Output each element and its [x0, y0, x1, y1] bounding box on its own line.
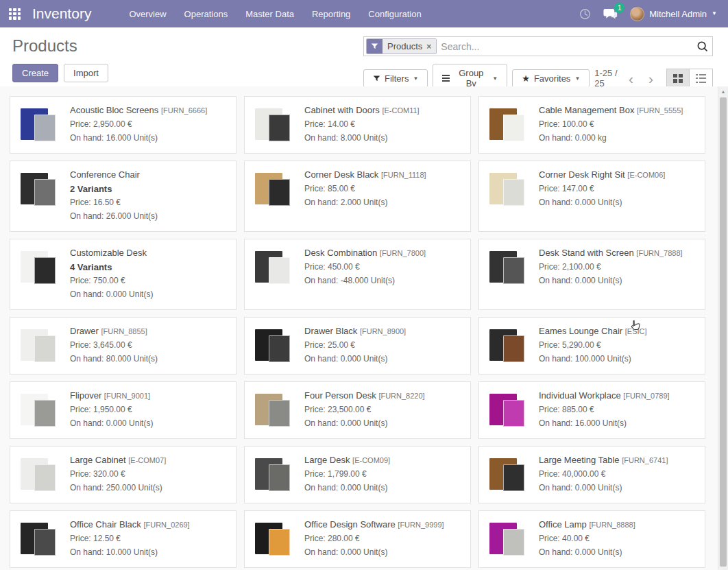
product-name[interactable]: Office Lamp	[539, 519, 589, 530]
product-card[interactable]: Cable Management Box [FURN_5555] Price: …	[478, 96, 705, 154]
product-card[interactable]: Desk Combination [FURN_7800] Price: 450.…	[244, 239, 471, 310]
product-image	[17, 324, 61, 368]
search-facet[interactable]: Products ×	[366, 38, 437, 54]
product-code: [E-COM07]	[128, 456, 166, 464]
product-card[interactable]: Desk Stand with Screen [FURN_7888] Price…	[478, 239, 705, 310]
product-on-hand: On hand: 0.000 Unit(s)	[539, 483, 668, 492]
product-image	[17, 517, 61, 561]
product-code: [ESIC]	[625, 327, 647, 335]
search-icon[interactable]	[696, 40, 708, 52]
product-image	[486, 453, 530, 497]
top-nav: Inventory Overview Operations Master Dat…	[0, 0, 728, 27]
product-name[interactable]: Office Chair Black	[70, 519, 143, 530]
nav-item-reporting[interactable]: Reporting	[303, 0, 359, 27]
product-name[interactable]: Cable Management Box	[539, 105, 637, 115]
product-name[interactable]: Office Design Software	[304, 519, 398, 530]
product-image	[486, 246, 530, 289]
product-card[interactable]: Drawer Black [FURN_8900] Price: 25.00 € …	[244, 317, 471, 375]
messages-icon[interactable]: 1	[603, 8, 618, 20]
product-card[interactable]: Individual Workplace [FURN_0789] Price: …	[478, 381, 705, 439]
facet-remove-icon[interactable]: ×	[426, 42, 431, 51]
product-image	[486, 517, 530, 561]
product-card[interactable]: Cabinet with Doors [E-COM11] Price: 14.0…	[244, 96, 471, 154]
avatar	[630, 7, 644, 21]
product-card[interactable]: Office Lamp [FURN_8888] Price: 40.00 € O…	[478, 510, 705, 568]
product-image	[252, 517, 295, 561]
list-view-button[interactable]	[690, 69, 713, 88]
product-name[interactable]: Large Meeting Table	[539, 455, 622, 465]
product-name[interactable]: Drawer Black	[304, 326, 360, 336]
product-code: [FURN_0789]	[623, 392, 669, 400]
product-card[interactable]: Acoustic Bloc Screens [FURN_6666] Price:…	[10, 96, 236, 154]
filters-button[interactable]: Filters ▼	[363, 69, 428, 88]
product-name[interactable]: Desk Combination	[304, 248, 380, 258]
product-card[interactable]: Drawer [FURN_8855] Price: 3,645.00 € On …	[10, 317, 236, 375]
product-name[interactable]: Desk Stand with Screen	[539, 248, 636, 258]
kanban-view-button[interactable]	[666, 69, 690, 88]
product-card[interactable]: Large Meeting Table [FURN_6741] Price: 4…	[478, 446, 705, 503]
product-name[interactable]: Four Person Desk	[304, 390, 378, 401]
product-card[interactable]: Customizable Desk 4 Variants Price: 750.…	[10, 239, 236, 310]
kanban-view: Acoustic Bloc Screens [FURN_6666] Price:…	[0, 86, 728, 570]
search-box[interactable]: Products ×	[363, 36, 713, 56]
product-code: [FURN_5555]	[637, 106, 683, 115]
product-name[interactable]: Individual Workplace	[539, 390, 623, 401]
search-input[interactable]	[441, 41, 696, 52]
product-card[interactable]: Four Person Desk [FURN_8220] Price: 23,5…	[244, 381, 471, 439]
product-image	[17, 246, 61, 289]
nav-item-overview[interactable]: Overview	[120, 0, 175, 27]
product-on-hand: On hand: 0.000 Unit(s)	[539, 198, 665, 207]
product-name[interactable]: Eames Lounge Chair	[539, 326, 625, 336]
product-on-hand: On hand: 0.000 kg	[539, 133, 683, 143]
chevron-down-icon: ▼	[413, 75, 418, 82]
activities-clock-icon[interactable]	[579, 8, 591, 20]
product-name[interactable]: Drawer	[70, 326, 101, 336]
product-name[interactable]: Flipover	[70, 390, 104, 401]
kanban-icon	[673, 74, 683, 83]
nav-item-operations[interactable]: Operations	[175, 0, 237, 27]
product-name[interactable]: Large Desk	[304, 455, 352, 465]
product-image	[252, 103, 295, 147]
scrollbar-thumb[interactable]	[720, 97, 727, 567]
filters-funnel-icon	[373, 75, 380, 82]
product-price: Price: 5,290.00 €	[539, 340, 647, 350]
product-name[interactable]: Conference Chair	[70, 169, 140, 180]
pager-prev-button[interactable]: ‹	[621, 71, 641, 86]
product-name[interactable]: Large Cabinet	[70, 455, 128, 465]
product-price: Price: 23,500.00 €	[304, 405, 425, 414]
pager-next-button[interactable]: ›	[641, 71, 661, 86]
import-button[interactable]: Import	[64, 64, 108, 82]
product-price: Price: 320.00 €	[70, 469, 166, 479]
product-card[interactable]: Large Cabinet [E-COM07] Price: 320.00 € …	[10, 446, 236, 503]
product-name[interactable]: Customizable Desk	[70, 248, 147, 258]
scrollbar-up-arrow[interactable]: ▲	[718, 86, 728, 96]
favorites-button[interactable]: ★ Favorites ▼	[512, 69, 590, 88]
product-card[interactable]: Corner Desk Black [FURN_1118] Price: 85.…	[244, 161, 471, 232]
product-on-hand: On hand: 0.000 Unit(s)	[539, 276, 683, 285]
product-image	[252, 246, 295, 289]
create-button[interactable]: Create	[12, 64, 58, 82]
product-card[interactable]: Flipover [FURN_9001] Price: 1,950.00 € O…	[10, 381, 236, 439]
user-menu[interactable]: Mitchell Admin ▼	[630, 7, 717, 21]
product-card[interactable]: Large Desk [E-COM09] Price: 1,799.00 € O…	[244, 446, 471, 503]
product-name[interactable]: Cabinet with Doors	[304, 105, 382, 115]
product-card[interactable]: Corner Desk Right Sit [E-COM06] Price: 1…	[478, 161, 705, 232]
product-price: Price: 750.00 €	[70, 276, 153, 285]
message-count-badge: 1	[614, 3, 624, 13]
apps-menu-icon[interactable]	[9, 8, 21, 20]
vertical-scrollbar[interactable]: ▲	[718, 86, 728, 570]
product-card[interactable]: Conference Chair 2 Variants Price: 16.50…	[10, 161, 236, 232]
nav-item-configuration[interactable]: Configuration	[359, 0, 430, 27]
product-price: Price: 2,100.00 €	[539, 262, 683, 272]
product-code: [FURN_7800]	[380, 249, 426, 257]
product-card[interactable]: Office Design Software [FURN_9999] Price…	[244, 510, 471, 568]
product-card[interactable]: Office Chair Black [FURN_0269] Price: 12…	[10, 510, 236, 568]
product-name[interactable]: Acoustic Bloc Screens	[70, 105, 161, 115]
product-code: [E-COM06]	[627, 171, 665, 179]
app-title[interactable]: Inventory	[32, 5, 91, 22]
product-image	[252, 324, 295, 368]
product-name[interactable]: Corner Desk Black	[304, 169, 381, 180]
product-name[interactable]: Corner Desk Right Sit	[539, 169, 627, 180]
product-card[interactable]: Eames Lounge Chair [ESIC] Price: 5,290.0…	[478, 317, 705, 375]
nav-item-master-data[interactable]: Master Data	[236, 0, 303, 27]
